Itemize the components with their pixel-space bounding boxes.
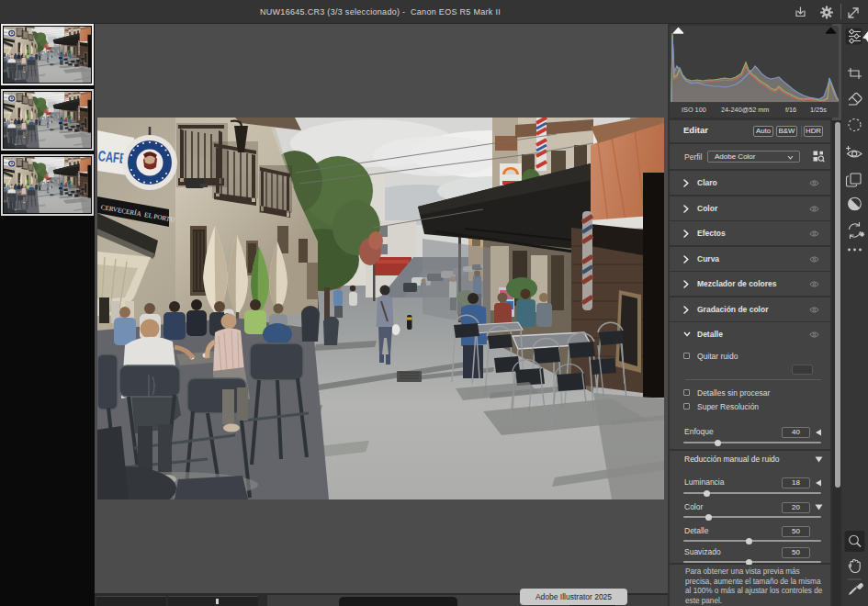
svg-text:24-240@52 mm: 24-240@52 mm bbox=[721, 106, 769, 114]
svg-text:1/25s: 1/25s bbox=[810, 106, 827, 114]
svg-text:f/16: f/16 bbox=[785, 106, 796, 114]
svg-text:ISO 100: ISO 100 bbox=[682, 106, 706, 114]
